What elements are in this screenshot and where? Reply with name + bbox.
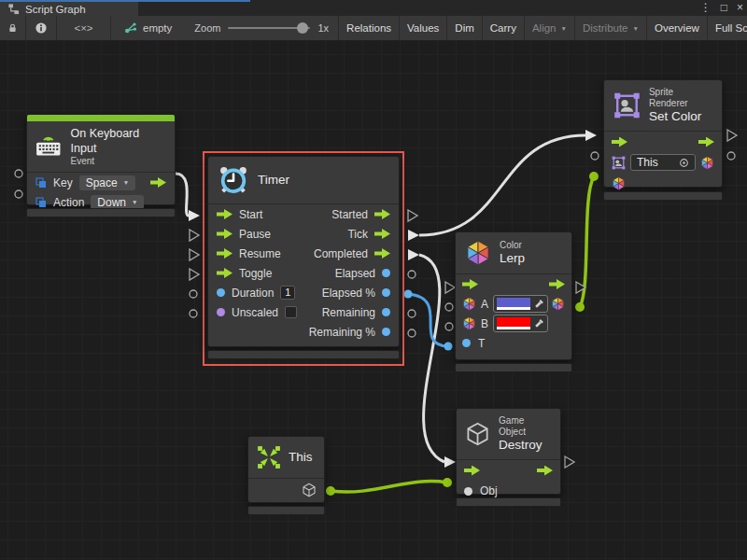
node-color-lerp[interactable]: Color Lerp A B <box>455 231 572 360</box>
port-timer-unscaled[interactable] <box>190 310 197 317</box>
action-label: Action <box>53 196 84 209</box>
node-this[interactable]: This <box>247 436 325 503</box>
port-setcolor-target-out[interactable] <box>727 152 735 160</box>
node-on-keyboard-input[interactable]: On Keyboard Input Event Key Space ▼ Acti… <box>26 114 176 205</box>
port-destroy-flow-in-connected[interactable] <box>444 456 456 468</box>
distribute-button[interactable]: Distribute▼ <box>575 16 647 40</box>
fullscreen-button[interactable]: Full Screen <box>708 16 747 40</box>
dim-button[interactable]: Dim <box>447 16 482 40</box>
float-value-dot <box>382 328 390 336</box>
target-object-field[interactable]: This <box>630 154 696 171</box>
port-setcolor-flow-out[interactable] <box>727 130 737 141</box>
key-label: Key <box>53 176 73 189</box>
unscaled-checkbox[interactable] <box>285 306 297 318</box>
color-value-icon <box>462 316 476 330</box>
overview-button[interactable]: Overview <box>647 16 708 40</box>
port-lerp-flow-in[interactable] <box>445 282 455 293</box>
close-icon[interactable]: × <box>737 1 743 14</box>
port-timer-pause[interactable] <box>190 230 199 241</box>
toolbar-right-group: Relations Values Dim Carry Align▼ Distri… <box>338 16 747 40</box>
color-wheel-icon <box>465 240 491 266</box>
port-destroy-obj-connected[interactable] <box>443 478 452 487</box>
port-timer-remaining-pct[interactable] <box>408 329 416 337</box>
port-destroy-flow-out[interactable] <box>565 456 574 468</box>
maximize-icon[interactable]: □ <box>721 1 727 14</box>
port-lerp-t-connected[interactable] <box>444 343 453 351</box>
port-timer-elapsed[interactable] <box>408 271 416 278</box>
lock-button[interactable] <box>0 16 26 40</box>
chevron-down-icon: ▼ <box>132 199 137 205</box>
flow-out-arrow-icon <box>374 248 390 259</box>
node-destroy[interactable]: Game Object Destroy Obj <box>456 408 561 495</box>
alpha-bar <box>497 307 530 310</box>
color-a-swatch[interactable] <box>497 298 530 307</box>
zoom-control: Zoom 1x <box>185 16 338 40</box>
node-set-color[interactable]: Sprite Renderer Set Color This <box>603 79 723 188</box>
code-icon: <×> <box>74 22 92 34</box>
tab-script-graph[interactable]: Script Graph <box>0 2 138 16</box>
node-header[interactable]: Game Object Destroy <box>457 409 560 460</box>
graph-name-indicator[interactable]: empty <box>111 16 185 40</box>
window-menu-icon[interactable]: ⋮ <box>700 1 712 14</box>
port-keyboard-key[interactable] <box>15 170 22 177</box>
node-title: Set Color <box>649 109 712 124</box>
duration-input[interactable]: 1 <box>280 286 295 300</box>
port-setcolor-flow-in-connected[interactable] <box>585 130 597 141</box>
node-header[interactable]: On Keyboard Input Event <box>27 121 175 173</box>
zoom-slider-handle[interactable] <box>297 22 308 34</box>
setcolor-target-row: This <box>604 152 722 173</box>
toolbar-left-group: <×> <box>0 16 111 40</box>
port-timer-start-connected[interactable] <box>189 210 200 221</box>
cube-icon <box>465 421 490 447</box>
port-timer-remaining[interactable] <box>408 310 416 317</box>
port-timer-resume[interactable] <box>190 249 199 260</box>
values-button[interactable]: Values <box>400 16 447 40</box>
node-header[interactable]: Sprite Renderer Set Color <box>604 80 722 132</box>
port-lerp-b[interactable] <box>445 323 453 330</box>
sprite-renderer-icon <box>613 91 641 119</box>
color-b-swatch[interactable] <box>497 317 530 327</box>
node-footer <box>247 506 325 515</box>
edit-code-button[interactable]: <×> <box>57 16 111 40</box>
node-header[interactable]: This <box>248 437 324 479</box>
node-header[interactable]: Timer <box>208 157 399 204</box>
inspect-button[interactable] <box>26 16 57 40</box>
port-lerp-a[interactable] <box>445 303 453 311</box>
cube-icon <box>302 483 317 497</box>
graph-network-icon <box>124 21 137 35</box>
carry-button[interactable]: Carry <box>483 16 525 40</box>
eyedropper-icon[interactable] <box>534 299 544 309</box>
node-category: Game Object <box>499 415 552 438</box>
port-this-out-connected[interactable] <box>326 486 335 496</box>
node-footer <box>26 208 176 217</box>
relations-button[interactable]: Relations <box>338 16 400 40</box>
flow-in-arrow-icon <box>464 466 480 476</box>
port-setcolor-target[interactable] <box>591 152 599 160</box>
zoom-slider[interactable] <box>228 27 310 29</box>
timer-row-resume: Resume Completed <box>208 244 399 263</box>
port-timer-completed-connected[interactable] <box>408 249 419 260</box>
color-b-field[interactable] <box>493 315 548 332</box>
node-header[interactable]: Color Lerp <box>456 232 571 274</box>
port-timer-toggle[interactable] <box>190 269 199 280</box>
flow-out-arrow-icon <box>150 177 166 188</box>
node-timer[interactable]: Timer Start Started Pause Tick Resume Co… <box>207 156 400 347</box>
color-a-field[interactable] <box>493 295 548 313</box>
eyedropper-icon[interactable] <box>534 318 544 329</box>
node-footer <box>603 191 723 201</box>
port-timer-elapsed-pct-connected[interactable] <box>404 290 413 299</box>
port-timer-duration[interactable] <box>190 290 197 298</box>
port-keyboard-action[interactable] <box>15 190 22 198</box>
port-timer-tick-connected[interactable] <box>408 230 419 241</box>
lerp-b-row: B <box>456 314 571 333</box>
key-dropdown[interactable]: Space ▼ <box>79 175 135 190</box>
enum-icon <box>35 177 47 189</box>
port-setcolor-color-connected[interactable] <box>589 172 599 181</box>
port-lerp-result-connected[interactable] <box>575 302 585 312</box>
align-button[interactable]: Align▼ <box>525 16 575 40</box>
lerp-a-row: A <box>456 294 571 314</box>
port-timer-started[interactable] <box>408 210 417 221</box>
color-value-icon <box>612 176 626 190</box>
chevron-down-icon: ▼ <box>633 25 639 32</box>
object-picker-icon[interactable] <box>679 158 689 168</box>
